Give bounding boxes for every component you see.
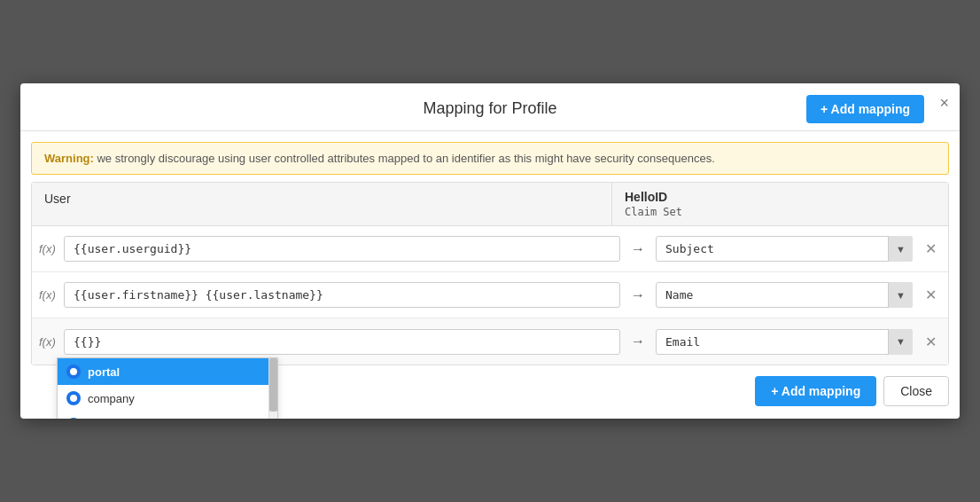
fx-label-3: f(x) — [39, 335, 64, 349]
select-field-1[interactable]: Subject — [656, 236, 913, 262]
select-field-3[interactable]: Email — [656, 329, 913, 355]
select-field-2[interactable]: Name — [656, 282, 913, 308]
mapping-dialog: Mapping for Profile + Add mapping × Warn… — [20, 83, 960, 419]
table-header: User HelloID Claim Set — [32, 183, 948, 226]
delete-btn-2[interactable]: ✕ — [920, 286, 941, 303]
dropdown-item-company[interactable]: company — [58, 385, 277, 412]
mapping-row-2: f(x) → Name ▼ ✕ — [32, 272, 948, 318]
close-button-footer[interactable]: Close — [883, 376, 949, 406]
add-mapping-button-footer[interactable]: + Add mapping — [755, 376, 876, 406]
dropdown-item-portal[interactable]: portal — [58, 358, 277, 385]
close-x-button[interactable]: × — [939, 94, 949, 113]
mapping-table: User HelloID Claim Set f(x) → Subject ▼ … — [31, 182, 949, 365]
autocomplete-dropdown: portal company dateTime variable — [57, 357, 278, 419]
warning-bar: Warning: we strongly discourage using us… — [31, 142, 949, 175]
dialog-title: Mapping for Profile — [423, 99, 556, 118]
dropdown-icon-datetime — [66, 418, 81, 419]
arrow-3: → — [631, 333, 645, 349]
select-wrapper-1: Subject ▼ — [656, 236, 913, 262]
dropdown-scrollbar[interactable]: ▼ — [268, 358, 277, 419]
mapping-row-1: f(x) → Subject ▼ ✕ — [32, 226, 948, 272]
col-right-sub: Claim Set — [625, 206, 936, 218]
warning-text: we strongly discourage using user contro… — [94, 152, 715, 165]
delete-btn-1[interactable]: ✕ — [920, 240, 941, 257]
dropdown-label-portal: portal — [88, 365, 120, 379]
input-field-3[interactable] — [64, 329, 620, 355]
dropdown-icon-portal — [66, 365, 81, 379]
select-wrapper-2: Name ▼ — [656, 282, 913, 308]
dropdown-scroll-thumb — [269, 358, 277, 412]
col-right-title: HelloID — [625, 190, 936, 204]
warning-bold: Warning: — [44, 152, 94, 165]
dropdown-label-company: company — [88, 392, 135, 405]
mapping-row-3: f(x) → Email ▼ ✕ portal compa — [32, 318, 948, 365]
dropdown-label-datetime: dateTime — [88, 419, 136, 420]
fx-label-2: f(x) — [39, 288, 64, 302]
input-field-1[interactable] — [64, 236, 620, 262]
arrow-2: → — [631, 287, 645, 303]
delete-btn-3[interactable]: ✕ — [920, 333, 941, 350]
fx-label-1: f(x) — [39, 242, 64, 255]
add-mapping-button-top[interactable]: + Add mapping — [806, 95, 924, 123]
arrow-1: → — [631, 241, 645, 257]
dropdown-item-datetime[interactable]: dateTime — [58, 412, 277, 419]
input-field-2[interactable] — [64, 282, 620, 308]
col-right-header: HelloID Claim Set — [611, 183, 948, 225]
dropdown-icon-company — [66, 391, 81, 405]
col-left-header: User — [32, 183, 611, 225]
dialog-header: Mapping for Profile + Add mapping × — [20, 83, 960, 131]
select-wrapper-3: Email ▼ — [656, 329, 913, 355]
